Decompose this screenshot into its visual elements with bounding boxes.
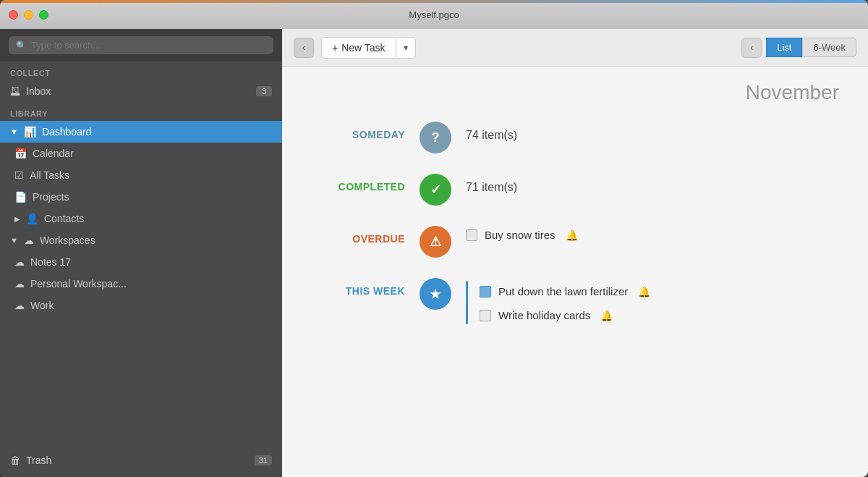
new-task-button[interactable]: + New Task ▾ bbox=[321, 37, 416, 59]
sidebar-item-calendar[interactable]: 📅 Calendar bbox=[0, 143, 282, 164]
new-task-label: New Task bbox=[341, 42, 385, 54]
search-icon: 🔍 bbox=[16, 41, 27, 51]
someday-label: SOMEDAY bbox=[311, 122, 420, 140]
nav-back-button[interactable]: ‹ bbox=[741, 38, 762, 58]
task-text-holiday-cards: Write holiday cards bbox=[498, 309, 590, 321]
projects-icon: 📄 bbox=[14, 191, 27, 203]
sidebar-item-workspaces[interactable]: ▼ ☁ Workspaces bbox=[0, 229, 282, 251]
task-text-snow-tires: Buy snow tires bbox=[485, 229, 556, 241]
projects-label: Projects bbox=[33, 191, 69, 203]
overdue-icon[interactable]: ⚠ bbox=[420, 226, 451, 258]
window-title: Myself.pgco bbox=[409, 9, 459, 20]
sidebar-item-personal[interactable]: ☁ Personal Workspac... bbox=[0, 273, 282, 295]
work-label: Work bbox=[30, 300, 54, 311]
workspaces-arrow: ▼ bbox=[10, 236, 18, 245]
timeline-line bbox=[466, 281, 468, 324]
section-label-collect: COLLECT bbox=[0, 62, 282, 80]
someday-section: SOMEDAY ? 74 item(s) bbox=[311, 122, 839, 153]
thisweek-tasks: Put down the lawn fertilizer 🔔 Write hol… bbox=[480, 278, 650, 324]
maximize-button[interactable] bbox=[39, 10, 48, 20]
new-task-main[interactable]: + New Task bbox=[322, 38, 396, 58]
search-box[interactable]: 🔍 bbox=[9, 36, 273, 54]
close-button[interactable] bbox=[9, 10, 18, 20]
task-checkbox-fertilizer[interactable] bbox=[480, 286, 491, 297]
sidebar-item-projects[interactable]: 📄 Projects bbox=[0, 186, 282, 208]
calendar-label: Calendar bbox=[33, 148, 74, 159]
titlebar: Myself.pgco bbox=[0, 0, 868, 29]
completed-content: 71 item(s) bbox=[466, 174, 839, 194]
alltasks-icon: ☑ bbox=[14, 169, 24, 181]
view-controls: ‹ List 6-Week bbox=[741, 38, 856, 58]
contacts-icon: 👤 bbox=[26, 213, 38, 224]
trash-label: Trash bbox=[26, 455, 51, 466]
month-label: November bbox=[311, 81, 839, 104]
titlebar-accent bbox=[0, 0, 868, 3]
content-area: November SOMEDAY ? 74 item(s) COMPLETED … bbox=[282, 67, 868, 477]
bell-icon-fertilizer: 🔔 bbox=[638, 286, 650, 297]
nav-back-icon: ‹ bbox=[750, 43, 753, 53]
sidebar-search-area: 🔍 bbox=[0, 29, 282, 62]
work-icon: ☁ bbox=[14, 300, 25, 311]
main-content: ‹ + New Task ▾ ‹ List 6-Week bbox=[282, 29, 868, 477]
inbox-icon: 🗳 bbox=[10, 85, 20, 97]
bell-icon-snow-tires: 🔔 bbox=[566, 229, 578, 241]
alltasks-label: All Tasks bbox=[30, 169, 69, 181]
bell-icon-holiday-cards: 🔔 bbox=[600, 310, 613, 321]
back-button[interactable]: ‹ bbox=[294, 38, 314, 58]
section-label-library: LIBRARY bbox=[0, 102, 282, 121]
sidebar-item-trash[interactable]: 🗑 Trash 31 bbox=[0, 449, 282, 471]
back-icon: ‹ bbox=[302, 42, 305, 53]
tab-list[interactable]: List bbox=[766, 38, 802, 57]
trash-icon: 🗑 bbox=[10, 455, 20, 466]
notes17-label: Notes 17 bbox=[30, 256, 71, 268]
notes17-icon: ☁ bbox=[14, 256, 25, 268]
tab-6week[interactable]: 6-Week bbox=[802, 38, 856, 57]
sidebar-item-alltasks[interactable]: ☑ All Tasks bbox=[0, 164, 282, 186]
question-icon: ? bbox=[432, 130, 440, 145]
thisweek-label: THIS WEEK bbox=[311, 278, 420, 297]
sidebar-item-dashboard[interactable]: ▼ 📊 Dashboard bbox=[0, 121, 282, 143]
task-fertilizer: Put down the lawn fertilizer 🔔 bbox=[480, 282, 650, 300]
sidebar-item-inbox[interactable]: 🗳 Inbox 3 bbox=[0, 80, 282, 102]
inbox-label: Inbox bbox=[26, 85, 51, 97]
thisweek-content: Put down the lawn fertilizer 🔔 Write hol… bbox=[466, 278, 839, 324]
window-buttons bbox=[9, 10, 48, 20]
workspaces-icon: ☁ bbox=[24, 235, 34, 246]
star-icon: ★ bbox=[429, 285, 442, 303]
completed-label: COMPLETED bbox=[311, 174, 420, 193]
calendar-icon: 📅 bbox=[14, 148, 27, 159]
task-checkbox-holiday-cards[interactable] bbox=[480, 310, 491, 321]
sidebar: 🔍 COLLECT 🗳 Inbox 3 LIBRARY ▼ 📊 Dashboar… bbox=[0, 29, 282, 477]
overdue-section: OVERDUE ⚠ Buy snow tires 🔔 bbox=[311, 226, 839, 258]
overdue-label: OVERDUE bbox=[311, 226, 420, 245]
sidebar-item-contacts[interactable]: ▶ 👤 Contacts bbox=[0, 208, 282, 229]
sidebar-item-notes17[interactable]: ☁ Notes 17 bbox=[0, 251, 282, 273]
minimize-button[interactable] bbox=[24, 10, 33, 20]
completed-icon[interactable]: ✓ bbox=[420, 174, 451, 206]
completed-section: COMPLETED ✓ 71 item(s) bbox=[311, 174, 839, 206]
completed-count: 71 item(s) bbox=[466, 174, 839, 194]
dropdown-arrow[interactable]: ▾ bbox=[396, 38, 415, 57]
thisweek-task-list: Put down the lawn fertilizer 🔔 Write hol… bbox=[466, 278, 839, 324]
plus-icon: + bbox=[332, 42, 338, 54]
someday-icon[interactable]: ? bbox=[420, 122, 451, 153]
app-window: Myself.pgco 🔍 COLLECT 🗳 Inbox 3 LIBRARY bbox=[0, 0, 868, 477]
task-checkbox-snow-tires[interactable] bbox=[466, 229, 477, 241]
contacts-label: Contacts bbox=[44, 213, 84, 224]
task-buy-snow-tires: Buy snow tires 🔔 bbox=[466, 226, 839, 244]
task-holiday-cards: Write holiday cards 🔔 bbox=[480, 306, 650, 324]
app-body: 🔍 COLLECT 🗳 Inbox 3 LIBRARY ▼ 📊 Dashboar… bbox=[0, 29, 868, 477]
toolbar: ‹ + New Task ▾ ‹ List 6-Week bbox=[282, 29, 868, 67]
inbox-badge: 3 bbox=[256, 86, 272, 96]
thisweek-icon[interactable]: ★ bbox=[420, 278, 451, 310]
trash-badge: 31 bbox=[255, 455, 272, 465]
dashboard-arrow: ▼ bbox=[10, 127, 18, 136]
search-input[interactable] bbox=[31, 40, 266, 51]
dashboard-label: Dashboard bbox=[42, 126, 92, 138]
sidebar-item-work[interactable]: ☁ Work bbox=[0, 295, 282, 316]
checkmark-icon: ✓ bbox=[430, 182, 441, 198]
someday-count: 74 item(s) bbox=[466, 122, 839, 142]
warning-icon: ⚠ bbox=[430, 234, 441, 250]
task-text-fertilizer: Put down the lawn fertilizer bbox=[498, 285, 628, 297]
dashboard-icon: 📊 bbox=[24, 126, 36, 138]
